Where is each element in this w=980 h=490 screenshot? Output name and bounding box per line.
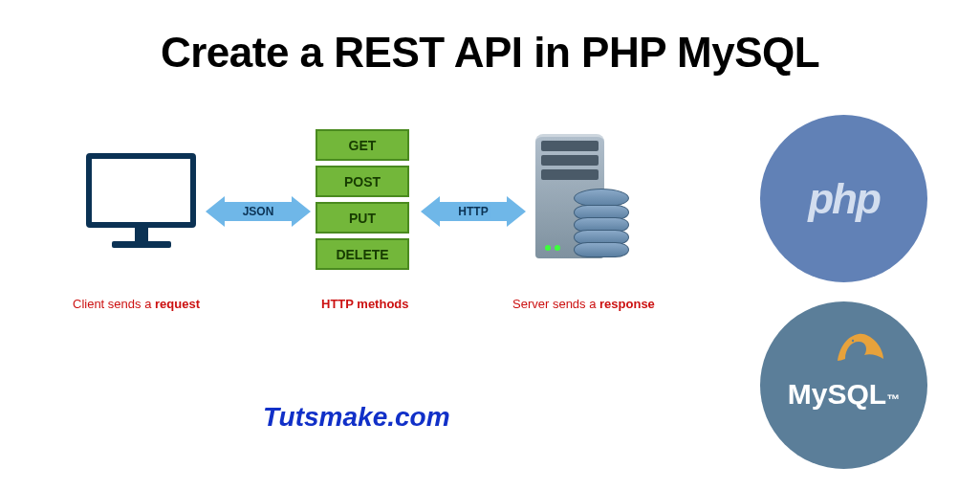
mysql-dolphin-icon <box>836 330 885 365</box>
method-post: POST <box>316 166 409 197</box>
caption-client: Client sends a request <box>73 297 200 311</box>
rest-api-diagram: JSON GET POST PUT DELETE HTTP Cli <box>67 129 679 340</box>
php-logo-icon: php <box>760 115 927 282</box>
http-methods-stack: GET POST PUT DELETE <box>316 129 409 270</box>
json-arrow-label: JSON <box>241 205 276 218</box>
caption-server: Server sends a response <box>512 297 655 311</box>
svg-point-0 <box>852 340 854 342</box>
method-delete: DELETE <box>316 238 409 270</box>
http-arrow: HTTP <box>421 196 526 227</box>
server-icon <box>535 134 604 258</box>
client-monitor-icon <box>86 153 196 248</box>
caption-methods: HTTP methods <box>321 297 409 311</box>
page-title: Create a REST API in PHP MySQL <box>0 29 980 77</box>
php-logo-text: php <box>808 175 880 223</box>
mysql-logo-text: MySQL™ <box>788 378 900 411</box>
method-put: PUT <box>316 202 409 234</box>
http-arrow-label: HTTP <box>456 205 490 218</box>
database-icon <box>574 191 629 257</box>
brand-watermark: Tutsmake.com <box>263 402 450 433</box>
json-arrow: JSON <box>206 196 311 227</box>
mysql-logo-icon: MySQL™ <box>760 301 927 469</box>
method-get: GET <box>316 129 409 161</box>
